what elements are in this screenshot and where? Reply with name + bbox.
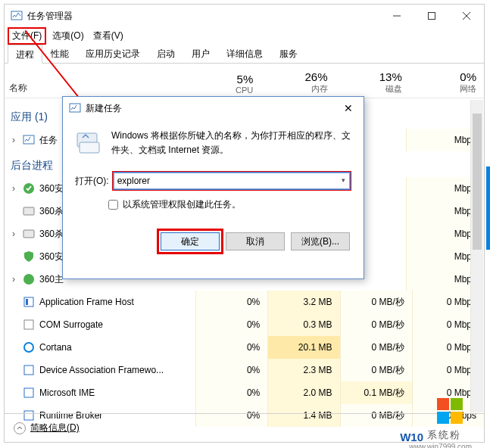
svg-point-13 (24, 343, 33, 352)
blue-edge-decoration (486, 166, 490, 250)
expand-icon[interactable]: › (9, 274, 18, 285)
svg-rect-21 (80, 142, 99, 153)
run-dialog-icon (75, 129, 102, 156)
table-row[interactable]: Application Frame Host0%3.2 MB0 MB/秒0 Mb… (5, 291, 484, 313)
vertical-scrollbar[interactable] (470, 100, 483, 412)
tab-bar: 进程 性能 应用历史记录 启动 用户 详细信息 服务 (5, 44, 484, 64)
svg-rect-2 (429, 13, 435, 20)
col-disk[interactable]: 13%磁盘 (336, 64, 410, 98)
admin-checkbox-label: 以系统管理权限创建此任务。 (123, 198, 241, 211)
watermark-w: W10 (400, 431, 423, 443)
app-icon (23, 205, 35, 217)
minimize-button[interactable] (379, 5, 414, 27)
col-memory[interactable]: 26%内存 (261, 64, 335, 98)
window-title: 任务管理器 (27, 10, 379, 23)
run-icon (69, 102, 81, 114)
svg-rect-7 (23, 207, 34, 215)
expand-icon[interactable]: › (9, 135, 18, 145)
tab-services[interactable]: 服务 (271, 44, 306, 63)
maximize-button[interactable] (414, 5, 449, 27)
browse-button[interactable]: 浏览(B)... (291, 232, 350, 250)
taskmgr-icon (11, 10, 23, 22)
app-icon (23, 228, 35, 240)
fewer-details-link[interactable]: 简略信息(D) (30, 422, 80, 434)
taskmgr-icon (23, 134, 35, 146)
svg-rect-12 (24, 320, 33, 329)
col-network[interactable]: 0%网络 (410, 64, 484, 98)
ok-button[interactable]: 确定 (161, 232, 220, 250)
table-row[interactable]: Cortana0%20.1 MB0 MB/秒0 Mbps (5, 336, 484, 359)
svg-rect-8 (23, 230, 34, 238)
app-icon (23, 319, 35, 331)
shield-icon (23, 250, 35, 263)
open-input-highlight: ▾ (112, 171, 351, 191)
tab-details[interactable]: 详细信息 (218, 44, 271, 63)
watermark-logo (437, 398, 463, 424)
tab-startup[interactable]: 启动 (148, 44, 183, 63)
tab-users[interactable]: 用户 (183, 44, 218, 63)
svg-rect-14 (24, 366, 33, 375)
dialog-titlebar: 新建任务 ✕ (63, 97, 364, 120)
window-controls (379, 5, 484, 27)
app-icon (23, 182, 35, 194)
close-button[interactable] (449, 5, 484, 27)
app-icon (23, 296, 35, 308)
run-dialog: 新建任务 ✕ Windows 将根据你所键入的名称，为你打开相应的程序、文件夹、… (62, 96, 364, 279)
admin-checkbox[interactable] (108, 200, 118, 210)
col-cpu[interactable]: 5%CPU (186, 64, 261, 98)
watermark-text: 系统粉 (427, 428, 461, 442)
tab-performance[interactable]: 性能 (42, 44, 77, 63)
cancel-button[interactable]: 取消 (226, 232, 285, 250)
col-name[interactable]: 名称 (5, 64, 186, 98)
open-label: 打开(O): (75, 175, 109, 188)
app-icon (23, 273, 35, 285)
svg-rect-11 (26, 299, 28, 305)
tab-app-history[interactable]: 应用历史记录 (77, 44, 148, 63)
open-input[interactable] (114, 173, 350, 189)
expand-icon[interactable]: › (9, 229, 18, 239)
chevron-down-icon[interactable]: ▾ (342, 176, 345, 184)
titlebar: 任务管理器 (5, 5, 484, 27)
expand-icon[interactable]: › (9, 183, 18, 194)
menu-options[interactable]: 选项(O) (49, 29, 86, 43)
menu-file[interactable]: 文件(F) (8, 27, 46, 45)
tab-processes[interactable]: 进程 (8, 45, 42, 64)
dialog-title: 新建任务 (86, 102, 333, 115)
table-row[interactable]: Microsoft IME0%2.0 MB0.1 MB/秒0 Mbps (5, 381, 484, 404)
svg-rect-15 (24, 388, 33, 397)
table-row[interactable]: Device Association Framewo...0%2.3 MB0 M… (5, 359, 484, 381)
column-headers: 名称 5%CPU 26%内存 13%磁盘 0%网络 (5, 64, 484, 98)
app-icon (23, 387, 35, 399)
svg-rect-10 (24, 297, 33, 306)
scrollbar-thumb[interactable] (473, 114, 482, 250)
chevron-up-icon[interactable] (14, 422, 26, 434)
app-icon (23, 364, 35, 376)
dialog-message: Windows 将根据你所键入的名称，为你打开相应的程序、文件夹、文档或 Int… (111, 129, 351, 157)
menubar: 文件(F) 选项(O) 查看(V) (5, 27, 484, 44)
menu-view[interactable]: 查看(V) (90, 29, 126, 43)
svg-point-9 (23, 274, 34, 285)
watermark-url: www.win7999.com (409, 443, 472, 448)
dialog-close-button[interactable]: ✕ (333, 102, 364, 114)
cortana-icon (23, 341, 35, 353)
table-row[interactable]: COM Surrogate0%0.3 MB0 MB/秒0 Mbps (5, 313, 484, 336)
